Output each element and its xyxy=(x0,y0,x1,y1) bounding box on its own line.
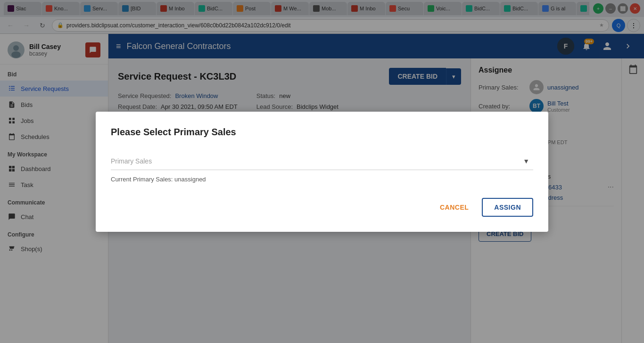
modal-select-wrapper: Primary Sales ▼ xyxy=(111,153,533,170)
primary-sales-modal: Please Select Primary Sales Primary Sale… xyxy=(96,112,548,232)
primary-sales-select[interactable]: Primary Sales xyxy=(111,153,533,170)
assign-button[interactable]: ASSIGN xyxy=(482,198,533,217)
cancel-button[interactable]: CANCEL xyxy=(432,198,476,217)
current-primary-sales-text: Current Primary Sales: unassigned xyxy=(111,176,533,183)
modal-actions: CANCEL ASSIGN xyxy=(111,198,533,217)
modal-overlay: Please Select Primary Sales Primary Sale… xyxy=(0,0,644,343)
modal-title: Please Select Primary Sales xyxy=(111,127,533,138)
